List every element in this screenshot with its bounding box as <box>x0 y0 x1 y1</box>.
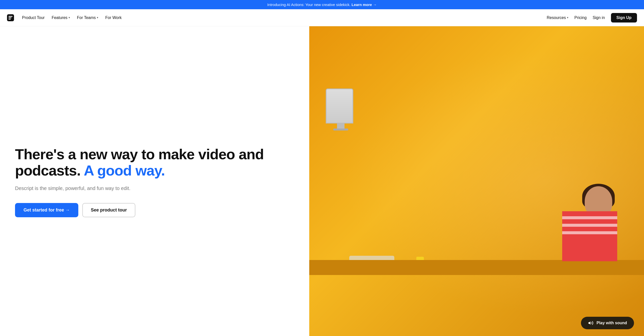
shirt-stripe <box>562 216 617 219</box>
nav-link-product-tour[interactable]: Product Tour <box>22 16 45 20</box>
monitor-base <box>333 128 348 130</box>
see-product-tour-button[interactable]: See product tour <box>82 203 135 217</box>
hero-section: There's a new way to make video and podc… <box>0 26 644 336</box>
svg-rect-2 <box>9 17 12 18</box>
get-started-button[interactable]: Get started for free → <box>15 203 78 217</box>
nav-link-for-work[interactable]: For Work <box>105 16 122 20</box>
banner-link[interactable]: Learn more → <box>352 2 377 7</box>
play-sound-label: Play with sound <box>596 321 627 325</box>
monitor-screen <box>326 88 353 124</box>
nav-link-resources[interactable]: Resources ▾ <box>547 16 568 20</box>
monitor-stand <box>337 124 345 128</box>
navbar-left: Product Tour Features ▾ For Teams ▾ For … <box>7 14 122 21</box>
video-placeholder[interactable] <box>309 26 644 336</box>
hero-subtext: Descript is the simple, powerful, and fu… <box>15 184 140 192</box>
person-torso <box>562 211 617 261</box>
hero-headline-highlight: A good way. <box>84 162 165 178</box>
svg-rect-3 <box>9 19 11 20</box>
hero-cta: Get started for free → See product tour <box>15 203 294 217</box>
hero-headline: There's a new way to make video and podc… <box>15 146 294 179</box>
chevron-down-icon: ▾ <box>97 16 98 19</box>
logo-icon <box>7 14 14 21</box>
signin-button[interactable]: Sign in <box>593 16 605 20</box>
logo[interactable] <box>7 14 14 21</box>
top-banner: Introducing AI Actions: Your new creativ… <box>0 0 644 9</box>
nav-link-for-teams[interactable]: For Teams ▾ <box>77 16 98 20</box>
person <box>552 186 617 281</box>
shirt-stripe <box>562 224 617 227</box>
chevron-down-icon: ▾ <box>69 16 70 19</box>
banner-text: Introducing AI Actions: Your new creativ… <box>267 2 351 7</box>
play-with-sound-button[interactable]: Play with sound <box>581 317 634 329</box>
monitor <box>326 88 356 128</box>
navbar: Product Tour Features ▾ For Teams ▾ For … <box>0 9 644 26</box>
navbar-right: Resources ▾ Pricing Sign in Sign Up <box>547 13 637 22</box>
shirt-stripe <box>562 231 617 234</box>
chevron-down-icon: ▾ <box>567 16 568 19</box>
hero-video-area: Play with sound <box>309 26 644 336</box>
signup-button[interactable]: Sign Up <box>611 13 637 22</box>
nav-link-pricing[interactable]: Pricing <box>574 16 587 20</box>
nav-link-features[interactable]: Features ▾ <box>52 16 70 20</box>
svg-rect-1 <box>9 16 13 17</box>
video-scene <box>309 26 644 336</box>
sound-icon <box>588 320 593 326</box>
nav-links: Product Tour Features ▾ For Teams ▾ For … <box>22 16 122 20</box>
hero-left: There's a new way to make video and podc… <box>0 26 309 336</box>
